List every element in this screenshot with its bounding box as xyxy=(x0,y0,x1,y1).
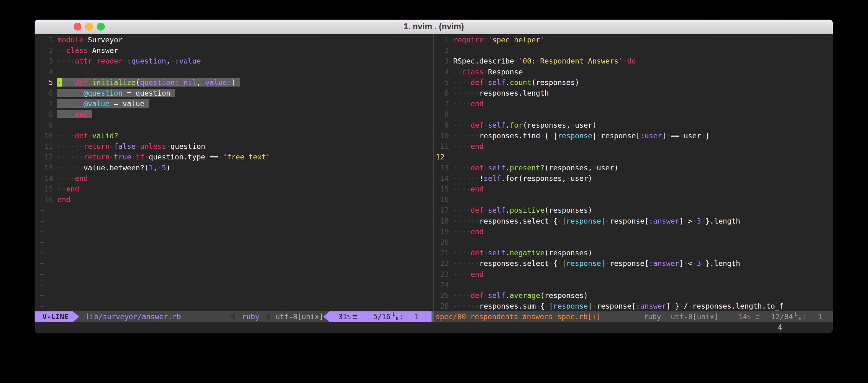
code-line: 5 ····def·initialize(question:·nil,·valu… xyxy=(40,77,240,88)
code-line: 8 xyxy=(436,109,453,119)
line-number: 23 xyxy=(436,269,453,280)
cursor: · xyxy=(57,78,62,86)
line-number: 12 xyxy=(40,152,57,162)
line-number: 11 xyxy=(436,141,453,152)
close-button[interactable] xyxy=(73,23,82,31)
code-line: 13 ······value.between?(1,·5) xyxy=(40,163,170,173)
line-number: 4 xyxy=(40,67,57,77)
statusline-filename-right: spec/00_respondents_answers_spec.rb[+] xyxy=(436,311,601,322)
code-line: 16 end xyxy=(40,194,70,205)
empty-buffer-line: ~ xyxy=(40,216,44,227)
column-number: 1 xyxy=(414,311,419,322)
line-number: 12 xyxy=(436,152,453,162)
line-number: 10 xyxy=(436,131,453,141)
command-line: 4 xyxy=(35,322,833,333)
chevron-left-icon xyxy=(265,312,270,321)
menu-bars-icon: ≡ xyxy=(352,311,357,322)
line-number: 16 xyxy=(40,194,57,205)
statusline-filetype-left: ruby xyxy=(242,311,259,322)
empty-buffer-line: ~ xyxy=(40,258,44,269)
code-line: 18 ······responses.select·{·|response|·r… xyxy=(436,216,740,227)
code-line: 26 ······responses.sum·{·|response|·resp… xyxy=(436,301,784,311)
code-line: 15 ··end xyxy=(40,184,79,194)
empty-buffer-line: ~ xyxy=(40,227,44,237)
line-number: 14 xyxy=(40,173,57,184)
code-line: 21 ····def·self.negative(responses) xyxy=(436,248,592,258)
line-number: 15 xyxy=(40,184,57,194)
empty-buffer-line: ~ xyxy=(40,269,44,280)
line-number: 26 xyxy=(436,301,453,311)
code-line: 8 ····end xyxy=(40,109,92,119)
code-line: 10 ······responses.find·{·|response|·res… xyxy=(436,131,710,141)
code-line: 11 ····end xyxy=(436,141,484,152)
line-number-icon: LN xyxy=(795,313,800,320)
code-line: 3 RSpec.describe·'00:·Respondent·Answers… xyxy=(436,56,636,66)
line-number: 10 xyxy=(40,131,57,141)
statusline-right: spec/00_respondents_answers_spec.rb[+] r… xyxy=(432,311,833,322)
line-number: 16 xyxy=(436,194,453,205)
line-number: 24 xyxy=(436,280,453,290)
code-line: 10 ····def·valid? xyxy=(40,131,118,141)
window-separator[interactable] xyxy=(433,34,434,311)
line-number: 2 xyxy=(436,45,453,56)
empty-buffer-line: ~ xyxy=(40,280,44,290)
code-line: 23 ····end xyxy=(436,269,484,280)
line-number: 11 xyxy=(40,141,57,152)
powerline-arrow-icon xyxy=(323,311,330,322)
line-number: 9 xyxy=(436,120,453,131)
line-number: 4 xyxy=(436,67,453,77)
line-number: 8 xyxy=(40,109,57,119)
statusline-encoding-left: utf-8[unix] xyxy=(276,311,323,322)
code-line: 12 xyxy=(436,152,453,162)
code-line: 19 ····end xyxy=(436,227,484,237)
line-number: 3 xyxy=(436,56,453,66)
window-titlebar[interactable]: 1. nvim . (nvim) xyxy=(35,20,833,34)
code-line: 11 ······return·false·unless·question xyxy=(40,141,205,152)
line-number: 3 xyxy=(40,56,57,66)
mode-indicator: V-LINE xyxy=(35,311,73,322)
line-number: 13 xyxy=(436,163,453,173)
line-number: 5 xyxy=(436,77,453,88)
line-number: 19 xyxy=(436,227,453,237)
line-number: 5 xyxy=(40,77,57,88)
empty-buffer-line: ~ xyxy=(40,301,44,311)
line-number: 25 xyxy=(436,290,453,301)
line-number: 18 xyxy=(436,216,453,227)
statusline-encoding-right: utf-8[unix] xyxy=(671,311,718,322)
line-number: 13 xyxy=(40,163,57,173)
line-position: 12/84 xyxy=(771,311,793,322)
line-number: 17 xyxy=(436,205,453,215)
percent-scrolled: 31 xyxy=(338,311,347,322)
code-line: 2 xyxy=(436,45,453,56)
code-line: 25 ····def·self.average(responses) xyxy=(436,290,588,301)
code-line: 4 ··class·Response xyxy=(436,67,523,77)
line-number: 1 xyxy=(436,35,453,45)
code-line: 6 ······@question·=·question xyxy=(40,88,175,98)
code-line: 9 xyxy=(40,120,57,131)
showcmd: 4 xyxy=(778,322,782,333)
line-number: 6 xyxy=(436,88,453,98)
chevron-left-icon xyxy=(230,312,235,321)
window-title: 1. nvim . (nvim) xyxy=(35,20,833,34)
line-position: 5/16 xyxy=(373,311,391,322)
line-number: 8 xyxy=(436,109,453,119)
code-line: 16 xyxy=(436,194,453,205)
code-line: 15 ····end xyxy=(436,184,484,194)
code-line: 9 ····def·self.for(responses,·user) xyxy=(436,120,597,131)
code-line: 24 xyxy=(436,280,453,290)
empty-buffer-line: ~ xyxy=(40,205,44,215)
code-line: 14 ······!self.for(responses,·user) xyxy=(436,173,592,184)
empty-buffer-line: ~ xyxy=(40,290,44,301)
code-line: 1 module·Surveyor xyxy=(40,35,123,45)
statusline-filetype-right: ruby xyxy=(644,311,661,322)
minimize-button[interactable] xyxy=(85,23,93,31)
maximize-button[interactable] xyxy=(97,23,105,31)
line-number: 14 xyxy=(436,173,453,184)
code-line: 3 ····attr_reader·:question,·:value xyxy=(40,56,201,66)
statusline-left: V-LINE lib/surveyor/answer.rb ruby utf-8… xyxy=(35,311,432,322)
empty-buffer-line: ~ xyxy=(40,237,44,248)
terminal-content[interactable]: 1 module·Surveyor 2 ··class·Answer 3 ···… xyxy=(35,34,833,333)
code-line: 2 ··class·Answer xyxy=(40,45,118,56)
line-number: 6 xyxy=(40,88,57,98)
code-line: 7 ····end xyxy=(436,98,484,109)
